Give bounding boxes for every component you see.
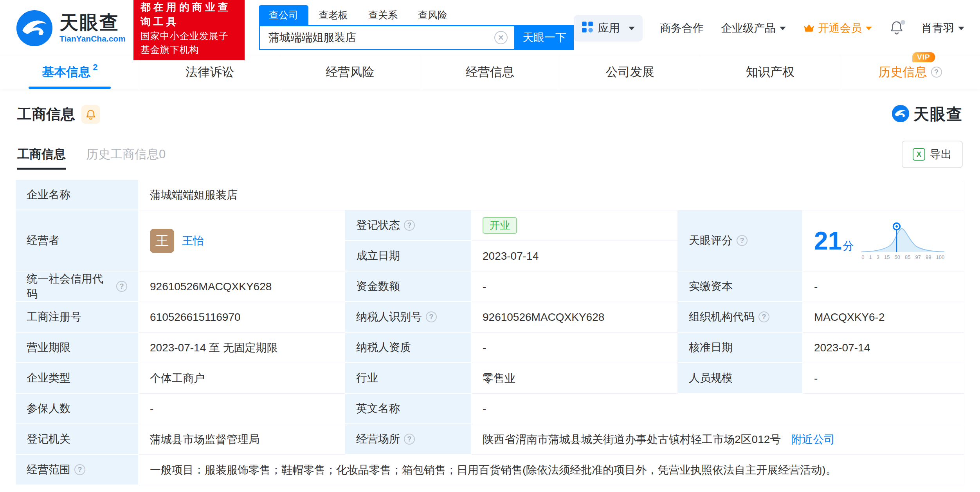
score-distribution-chart: 0 1 3 15 50 85 97 99 100 — [861, 221, 944, 260]
help-icon[interactable]: ? — [404, 434, 415, 445]
slogan-badge: 都在用的商业查询工具 国家中小企业发展子基金旗下机构 — [133, 0, 245, 60]
score-unit: 分 — [843, 239, 854, 253]
tab-basic-info[interactable]: 基本信息 2 — [0, 55, 140, 89]
registry-authority-value: 蒲城县市场监督管理局 — [139, 424, 345, 455]
watermark-brand-name: 天眼查 — [913, 103, 963, 125]
org-code-value: MACQXKY6-2 — [803, 302, 964, 333]
help-icon[interactable]: ? — [737, 235, 748, 246]
subtab-business-info[interactable]: 工商信息 — [17, 146, 66, 163]
insured-count-value: - — [139, 394, 345, 424]
tianyancha-logo-icon — [892, 105, 910, 124]
tab-operation-info[interactable]: 经营信息 — [420, 55, 560, 89]
business-term-label: 营业期限 — [16, 333, 139, 363]
apps-menu[interactable]: 应用 — [574, 15, 643, 42]
subscribe-bell-button[interactable] — [81, 105, 100, 124]
staff-size-label: 人员规模 — [678, 363, 803, 394]
subtab-bar: 工商信息 历史工商信息0 X 导出 — [0, 141, 980, 168]
tianyancha-company-page: 天眼查 TianYanCha.com 都在用的商业查询工具 国家中小企业发展子基… — [0, 0, 980, 492]
business-info-table: 企业名称 蒲城端端姐服装店 经营者 王 王怡 登记状态 ? 开业 天眼评分 ? … — [16, 180, 964, 485]
approval-date-label: 核准日期 — [678, 333, 803, 363]
status-badge: 开业 — [483, 217, 517, 234]
business-scope-value: 一般项目：服装服饰零售；鞋帽零售；化妆品零售；箱包销售；日用百货销售(除依法须经… — [139, 455, 964, 485]
help-icon[interactable]: ? — [74, 464, 85, 475]
brand-name: 天眼查 — [59, 13, 126, 33]
registry-authority-label: 登记机关 — [16, 424, 139, 455]
enterprise-products-label: 企业级产品 — [721, 21, 776, 36]
nearby-companies-link[interactable]: 附近公司 — [791, 432, 835, 447]
company-name-value: 蒲城端端姐服装店 — [139, 180, 964, 210]
credit-code-label: 统一社会信用代码 ? — [16, 271, 139, 302]
business-term-value: 2023-07-14 至 无固定期限 — [139, 333, 345, 363]
user-menu[interactable]: 肖青羽 — [921, 21, 964, 36]
enterprise-products-menu[interactable]: 企业级产品 — [721, 21, 786, 36]
capital-label: 资金数额 — [345, 271, 472, 302]
tab-history-info[interactable]: 历史信息 VIP ? — [840, 55, 980, 89]
premises-value: 陕西省渭南市蒲城县城关街道办事处古镇村轻工市场2区012号 附近公司 — [472, 424, 964, 455]
vip-badge: VIP — [912, 52, 935, 62]
operator-avatar[interactable]: 王 — [150, 229, 174, 253]
search-area: 查公司 查老板 查关系 查风险 ✕ 天眼一下 — [259, 6, 574, 50]
section-title: 工商信息 — [17, 105, 75, 124]
subtab-history-business-info[interactable]: 历史工商信息0 — [86, 146, 166, 163]
establish-date-label: 成立日期 — [345, 241, 472, 271]
notifications-button[interactable] — [889, 20, 904, 36]
help-icon[interactable]: ? — [404, 220, 415, 231]
registration-number-label: 工商注册号 — [16, 302, 139, 333]
tab-company-development[interactable]: 公司发展 — [560, 55, 700, 89]
help-icon[interactable]: ? — [931, 67, 942, 78]
search-tab-company[interactable]: 查公司 — [259, 5, 308, 25]
industry-value: 零售业 — [472, 363, 678, 394]
tab-operation-risk[interactable]: 经营风险 — [280, 55, 420, 89]
tianyancha-logo[interactable]: 天眼查 TianYanCha.com — [16, 9, 126, 47]
company-type-label: 企业类型 — [16, 363, 139, 394]
chevron-down-icon — [629, 27, 635, 30]
paid-capital-value: - — [803, 271, 964, 302]
search-input[interactable] — [268, 31, 494, 44]
approval-date-value: 2023-07-14 — [803, 333, 964, 363]
search-tab-risk[interactable]: 查风险 — [408, 5, 458, 25]
english-name-value: - — [472, 394, 964, 424]
vip-membership-link[interactable]: 开通会员 — [803, 21, 872, 36]
search-tab-relation[interactable]: 查关系 — [358, 5, 408, 25]
paid-capital-label: 实缴资本 — [678, 271, 803, 302]
tab-intellectual-property[interactable]: 知识产权 — [700, 55, 840, 89]
capital-value: - — [472, 271, 678, 302]
business-cooperation-link[interactable]: 商务合作 — [660, 21, 704, 36]
tianyan-score-value: 21 分 0 1 3 15 50 85 97 — [803, 210, 964, 271]
notification-dot — [901, 20, 905, 25]
help-icon[interactable]: ? — [116, 281, 127, 292]
help-icon[interactable]: ? — [426, 311, 437, 322]
slogan-line2: 国家中小企业发展子基金旗下机构 — [141, 29, 238, 57]
establish-date-value: 2023-07-14 — [472, 241, 678, 271]
tab-history-info-label: 历史信息 — [879, 64, 927, 80]
english-name-label: 英文名称 — [345, 394, 472, 424]
export-button[interactable]: X 导出 — [902, 141, 963, 168]
help-icon[interactable]: ? — [758, 311, 769, 322]
tianyan-score-label: 天眼评分 ? — [678, 210, 803, 271]
taxpayer-id-value: 92610526MACQXKY628 — [472, 302, 678, 333]
bell-icon — [85, 109, 96, 120]
tab-basic-info-label: 基本信息 — [42, 64, 90, 80]
operator-name-link[interactable]: 王怡 — [182, 233, 204, 248]
crown-icon — [803, 22, 815, 34]
score-number: 21 — [814, 228, 842, 253]
taxpayer-quality-label: 纳税人资质 — [345, 333, 472, 363]
business-scope-label: 经营范围 ? — [16, 455, 139, 485]
taxpayer-id-label: 纳税人识别号 ? — [345, 302, 472, 333]
insured-count-label: 参保人数 — [16, 394, 139, 424]
search-tab-boss[interactable]: 查老板 — [308, 5, 358, 25]
org-code-label: 组织机构代码 ? — [678, 302, 803, 333]
chevron-down-icon — [866, 27, 872, 30]
clear-search-icon[interactable]: ✕ — [494, 31, 508, 44]
operator-label: 经营者 — [16, 210, 139, 271]
taxpayer-quality-value: - — [472, 333, 678, 363]
search-button[interactable]: 天眼一下 — [515, 25, 574, 50]
company-tab-bar: 基本信息 2 法律诉讼 经营风险 经营信息 公司发展 知识产权 历史信息 VIP… — [0, 55, 980, 89]
registration-status-value: 开业 — [472, 210, 678, 241]
section-header: 工商信息 天眼查 — [0, 89, 980, 125]
staff-size-value: - — [803, 363, 964, 394]
registration-status-label: 登记状态 ? — [345, 210, 472, 241]
operator-value: 王 王怡 — [139, 210, 345, 271]
tab-legal-proceedings[interactable]: 法律诉讼 — [140, 55, 280, 89]
score-axis-ticks: 0 1 3 15 50 85 97 99 100 — [861, 254, 944, 260]
